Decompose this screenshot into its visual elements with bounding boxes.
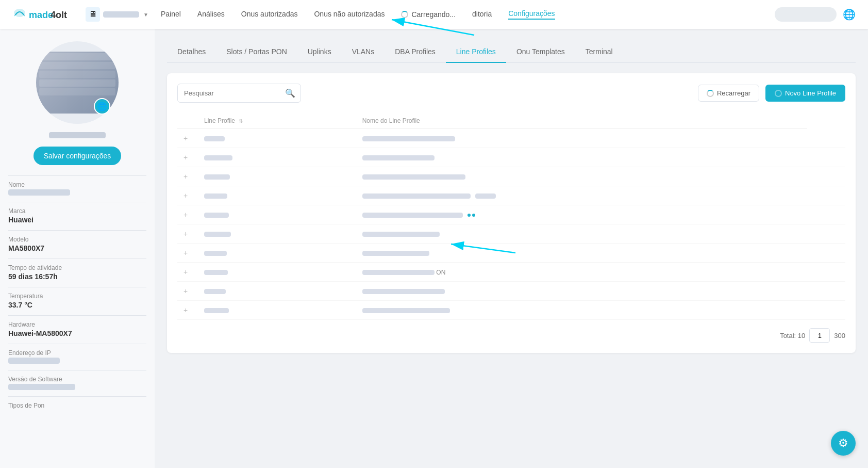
loading-dots bbox=[468, 214, 475, 217]
tab-dba-profiles[interactable]: DBA Profiles bbox=[385, 41, 446, 63]
row-actions bbox=[807, 282, 845, 301]
nav-configuracoes[interactable]: Configurações bbox=[508, 9, 555, 20]
expand-row-button[interactable]: + bbox=[183, 172, 188, 181]
expand-row-button[interactable]: + bbox=[183, 134, 188, 142]
profile-name-blurred bbox=[362, 308, 450, 313]
toolbar-right: Recarregar Novo Line Profile bbox=[698, 85, 845, 102]
svg-point-2 bbox=[14, 9, 25, 17]
info-uptime-label: Tempo de atividade bbox=[8, 264, 146, 271]
info-pon-types: Tipos de Pon bbox=[8, 402, 146, 409]
reload-spinner bbox=[707, 90, 714, 97]
device-image-container: 🌐 bbox=[8, 41, 146, 124]
nav-auditoria[interactable]: ditoria bbox=[472, 10, 492, 19]
info-hardware: Hardware Huawei-MA5800X7 bbox=[8, 321, 146, 337]
info-uptime-value: 59 dias 16:57h bbox=[8, 272, 146, 281]
row-actions bbox=[807, 148, 845, 167]
nav-carregando: Carregando... bbox=[401, 10, 456, 19]
table-row: + bbox=[177, 148, 845, 167]
reload-button[interactable]: Recarregar bbox=[698, 85, 759, 102]
profile-id-blurred bbox=[204, 213, 229, 218]
info-modelo: Modelo MA5800X7 bbox=[8, 236, 146, 252]
info-ip-value-blurred bbox=[8, 358, 60, 364]
expand-row-button[interactable]: + bbox=[183, 249, 188, 257]
info-modelo-label: Modelo bbox=[8, 236, 146, 243]
expand-row-button[interactable]: + bbox=[183, 306, 188, 314]
new-profile-spinner bbox=[775, 90, 782, 97]
svg-text:4olt: 4olt bbox=[51, 10, 67, 20]
line-profiles-table: Line Profile ⇅ Nome do Line Profile ++++… bbox=[177, 113, 845, 320]
settings-fab-button[interactable]: ⚙ bbox=[831, 431, 856, 456]
expand-row-button[interactable]: + bbox=[183, 191, 188, 200]
search-button[interactable]: 🔍 bbox=[280, 84, 301, 102]
profile-id-blurred bbox=[204, 155, 232, 160]
tab-detalhes[interactable]: Detalhes bbox=[167, 41, 216, 63]
nav-onus-nao-autorizadas[interactable]: Onus não autorizadas bbox=[314, 10, 385, 19]
tab-onu-templates[interactable]: Onu Templates bbox=[506, 41, 575, 63]
device-name-blurred bbox=[103, 11, 139, 18]
profile-name-blurred bbox=[362, 174, 465, 180]
main-content: Detalhes Slots / Portas PON Uplinks VLAN… bbox=[155, 29, 868, 468]
col-line-profile: Line Profile ⇅ bbox=[198, 113, 356, 129]
table-row: + bbox=[177, 244, 845, 263]
profile-name-blurred bbox=[362, 155, 435, 160]
expand-row-button[interactable]: + bbox=[183, 211, 188, 219]
total-pages: 300 bbox=[834, 332, 845, 340]
table-row: + bbox=[177, 186, 845, 205]
row-actions bbox=[807, 301, 845, 320]
profile-id-blurred bbox=[204, 193, 227, 199]
logo: made 4olt bbox=[12, 4, 69, 25]
nav-analises[interactable]: Análises bbox=[197, 10, 225, 19]
loading-label: Carregando... bbox=[411, 10, 456, 19]
profile-id-blurred bbox=[204, 251, 227, 256]
profile-id-blurred bbox=[204, 174, 230, 180]
nav-painel[interactable]: Painel bbox=[161, 10, 181, 19]
table-row: + bbox=[177, 301, 845, 320]
info-hardware-label: Hardware bbox=[8, 321, 146, 328]
row-actions bbox=[807, 186, 845, 205]
new-line-profile-button[interactable]: Novo Line Profile bbox=[765, 85, 845, 102]
page-input[interactable] bbox=[809, 328, 830, 343]
top-search-blurred bbox=[775, 7, 837, 22]
gear-icon: ⚙ bbox=[838, 437, 848, 450]
info-nome-value-blurred bbox=[8, 189, 70, 196]
tab-slots-portas-pon[interactable]: Slots / Portas PON bbox=[216, 41, 297, 63]
expand-row-button[interactable]: + bbox=[183, 287, 188, 295]
tab-line-profiles[interactable]: Line Profiles bbox=[446, 41, 506, 63]
sidebar: 🌐 Salvar configurações Nome Marca Huawei… bbox=[0, 29, 155, 468]
expand-row-button[interactable]: + bbox=[183, 268, 188, 276]
language-icon[interactable]: 🌐 bbox=[843, 8, 856, 21]
expand-row-button[interactable]: + bbox=[183, 153, 188, 162]
tabs-bar: Detalhes Slots / Portas PON Uplinks VLAN… bbox=[167, 41, 856, 63]
loading-spinner bbox=[401, 11, 408, 18]
profile-end-tag: ON bbox=[436, 269, 445, 276]
total-label: Total: 10 bbox=[780, 332, 805, 340]
device-online-badge: 🌐 bbox=[94, 98, 110, 115]
profile-id-blurred bbox=[204, 270, 228, 275]
profile-name-blurred bbox=[362, 136, 455, 141]
row-actions bbox=[807, 224, 845, 244]
info-pon-types-label: Tipos de Pon bbox=[8, 402, 146, 409]
profile-id-blurred bbox=[204, 308, 229, 313]
info-ip: Endereço de IP bbox=[8, 349, 146, 364]
profile-name-blurred bbox=[362, 270, 435, 275]
info-temperatura-value: 33.7 °C bbox=[8, 301, 146, 309]
device-selector[interactable]: 🖥 ▼ bbox=[86, 7, 148, 22]
info-software: Versão de Software bbox=[8, 376, 146, 390]
expand-row-button[interactable]: + bbox=[183, 230, 188, 238]
nav-right: 🌐 bbox=[775, 7, 856, 22]
search-input[interactable] bbox=[178, 85, 280, 101]
table-row: + bbox=[177, 282, 845, 301]
table-row: + bbox=[177, 224, 845, 244]
tab-terminal[interactable]: Terminal bbox=[575, 41, 623, 63]
tab-vlans[interactable]: VLANs bbox=[342, 41, 385, 63]
tab-uplinks[interactable]: Uplinks bbox=[297, 41, 342, 63]
profile-name-blurred bbox=[362, 232, 440, 237]
content-card: 🔍 Recarregar Novo Line Profile bbox=[167, 73, 856, 353]
info-software-label: Versão de Software bbox=[8, 376, 146, 383]
row-actions bbox=[807, 167, 845, 186]
search-wrap: 🔍 bbox=[177, 84, 301, 103]
nav-onus-autorizadas[interactable]: Onus autorizadas bbox=[241, 10, 298, 19]
new-profile-label: Novo Line Profile bbox=[785, 89, 836, 97]
table-row: + ON bbox=[177, 263, 845, 282]
save-configurations-button[interactable]: Salvar configurações bbox=[34, 147, 121, 165]
